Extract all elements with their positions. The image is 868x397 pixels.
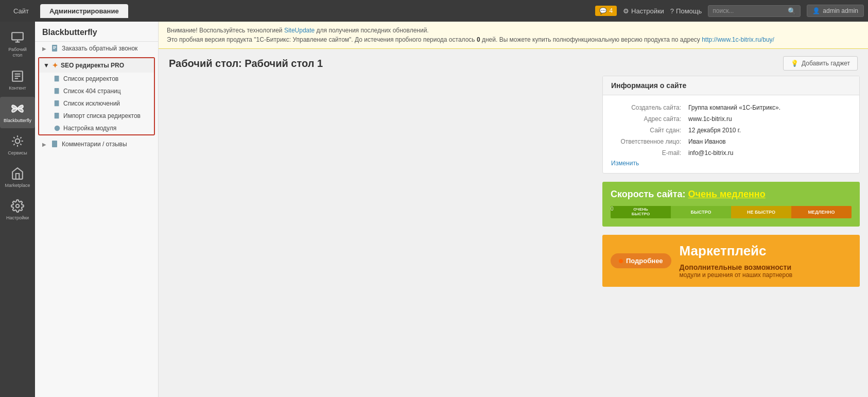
marketplace-more-button[interactable]: Подробнее <box>611 253 671 268</box>
warning-text-2: Это пробная версия продукта "1С-Битрикс:… <box>167 36 774 43</box>
dot-icon <box>619 259 623 263</box>
svg-rect-10 <box>53 48 55 49</box>
search-input[interactable] <box>713 7 785 14</box>
sidebar-label-desktop: Рабочийстол <box>8 47 26 58</box>
speed-bar: 0 ОЧЕНЬ БЫСТРО БЫСТРО НЕ БЫСТРО <box>611 206 852 227</box>
svg-rect-14 <box>55 113 59 118</box>
speed-zero-label: 0 <box>611 206 614 212</box>
sidebar-item-desktop[interactable]: Рабочийстол <box>0 26 35 63</box>
sidebar-item-services[interactable]: Сервисы <box>0 129 35 161</box>
speed-title: Скорость сайта: Очень медленно <box>611 189 852 200</box>
seo-item-label: Импорт списка редиректов <box>63 112 141 119</box>
table-row: Сайт сдан: 12 декабря 2010 г. <box>612 125 850 135</box>
svg-point-5 <box>15 139 20 143</box>
marketplace-icon <box>11 167 24 180</box>
sidebar-item-blackbutterfly[interactable]: Blackbutterfly <box>0 97 35 128</box>
seo-item-import-redirects[interactable]: Импорт списка редиректов <box>39 110 154 122</box>
settings-icon <box>54 125 61 132</box>
tree-item-comments[interactable]: ▶ Комментарии / отзывы <box>35 137 158 151</box>
field-value: 12 декабря 2010 г. <box>685 125 850 135</box>
settings-icon: ⚙ <box>623 7 629 15</box>
field-value: info@1c-bitrix.ru <box>685 148 850 158</box>
field-label: Создатель сайта: <box>612 102 684 113</box>
svg-rect-13 <box>55 100 59 106</box>
seo-item-404-list[interactable]: Список 404 страниц <box>39 85 154 97</box>
tab-site[interactable]: Сайт <box>4 4 38 18</box>
svg-rect-16 <box>52 141 57 147</box>
page-title: Рабочий стол: Рабочий стол 1 <box>169 58 323 70</box>
search-icon: 🔍 <box>788 7 796 15</box>
page-icon <box>54 88 61 95</box>
user-button[interactable]: 👤 admin admin <box>807 5 864 17</box>
seo-item-label: Список 404 страниц <box>63 88 121 95</box>
add-gadget-button[interactable]: 💡 Добавить гаджет <box>783 56 858 71</box>
seo-item-exceptions-list[interactable]: Список исключений <box>39 97 154 110</box>
arrow-icon: ▼ <box>43 62 49 69</box>
settings-link[interactable]: ⚙ Настройки <box>623 7 664 15</box>
seo-item-label: Список редиректов <box>63 75 118 82</box>
page-icon <box>54 100 61 107</box>
speed-seg-3: НЕ БЫСТРО <box>731 206 791 218</box>
help-link[interactable]: ? Помощь <box>670 7 702 15</box>
field-label: Адрес сайта: <box>612 114 684 124</box>
page-header: Рабочий стол: Рабочий стол 1 💡 Добавить … <box>159 49 868 76</box>
sidebar-item-settings[interactable]: Настройки <box>0 194 35 226</box>
tab-admin[interactable]: Администрирование <box>40 4 128 18</box>
svg-rect-7 <box>52 45 57 51</box>
change-link[interactable]: Изменить <box>611 160 639 167</box>
marketplace-sub: модули и решения от наших партнеров <box>680 271 793 279</box>
field-label: Ответственное лицо: <box>612 136 684 147</box>
svg-rect-8 <box>53 46 56 47</box>
tree-item-label: Заказать обратный звонок <box>62 45 137 52</box>
site-info-table: Создатель сайта: Группа компаний «1С-Бит… <box>611 101 851 159</box>
field-value: www.1c-bitrix.ru <box>685 114 850 124</box>
sidebar-label-settings: Настройки <box>6 215 29 220</box>
tree-item-callback[interactable]: ▶ Заказать обратный звонок <box>35 42 158 55</box>
seo-item-redirects-list[interactable]: Список редиректов <box>39 73 154 85</box>
sidebar-item-marketplace[interactable]: Marketplace <box>0 162 35 193</box>
content-right: Информация о сайте Создатель сайта: Груп… <box>602 76 860 287</box>
site-info-card: Информация о сайте Создатель сайта: Груп… <box>602 76 860 174</box>
svg-rect-9 <box>53 47 56 48</box>
tree-item-label: Комментарии / отзывы <box>62 141 127 148</box>
user-icon: 👤 <box>812 7 820 14</box>
sidebar-label-bb: Blackbutterfly <box>4 118 31 123</box>
speed-seg-1: ОЧЕНЬ БЫСТРО <box>611 206 671 218</box>
table-row: Ответственное лицо: Иван Иванов <box>612 136 850 147</box>
search-box[interactable]: 🔍 <box>708 5 801 17</box>
content-left <box>167 76 594 287</box>
seo-icon: ✦ <box>52 61 58 70</box>
field-label: Сайт сдан: <box>612 125 684 135</box>
speed-seg-4: МЕДЛЕННО <box>791 206 852 218</box>
arrow-icon: ▶ <box>42 46 48 51</box>
site-info-card-body: Создатель сайта: Группа компаний «1С-Бит… <box>603 95 859 173</box>
table-row: Создатель сайта: Группа компаний «1С-Бит… <box>612 102 850 113</box>
tree-sidebar: Blackbutterfly ▶ Заказать обратный звоно… <box>35 22 159 397</box>
seo-group-label: SEO редиректы PRO <box>61 62 124 69</box>
svg-rect-0 <box>12 32 23 40</box>
messages-badge[interactable]: 💬 4 <box>595 6 617 16</box>
marketplace-card: Подробнее Маркетплейс Дополнительные воз… <box>602 235 860 287</box>
page-icon <box>51 140 59 148</box>
buy-link[interactable]: http://www.1c-bitrix.ru/buy/ <box>702 36 774 43</box>
arrow-icon: ▶ <box>42 142 48 147</box>
sidebar-item-content[interactable]: Контент <box>0 64 35 96</box>
seo-item-module-settings[interactable]: Настройка модуля <box>39 122 154 134</box>
main-layout: Рабочийстол Контент Blackbutterfly Серви… <box>0 22 868 397</box>
warning-banner: Внимание! Воспользуйтесь технологией Sit… <box>159 22 868 49</box>
sidebar-label-marketplace: Marketplace <box>5 183 30 188</box>
speed-link[interactable]: Очень медленно <box>688 189 766 199</box>
badge-count: 4 <box>609 7 613 14</box>
top-nav-actions: 💬 4 ⚙ Настройки ? Помощь 🔍 👤 admin admin <box>595 5 864 17</box>
svg-rect-11 <box>55 76 59 81</box>
icon-sidebar: Рабочийстол Контент Blackbutterfly Серви… <box>0 22 35 397</box>
page-icon <box>54 112 61 119</box>
marketplace-text: Маркетплейс Дополнительные возможности м… <box>680 243 793 279</box>
svg-point-6 <box>16 204 20 208</box>
table-row: E-mail: info@1c-bitrix.ru <box>612 148 850 158</box>
services-icon <box>11 134 24 148</box>
field-value: Иван Иванов <box>685 136 850 147</box>
content-area: Внимание! Воспользуйтесь технологией Sit… <box>159 22 868 397</box>
seo-group-header[interactable]: ▼ ✦ SEO редиректы PRO <box>39 58 154 73</box>
siteupdate-link[interactable]: SiteUpdate <box>284 27 315 34</box>
